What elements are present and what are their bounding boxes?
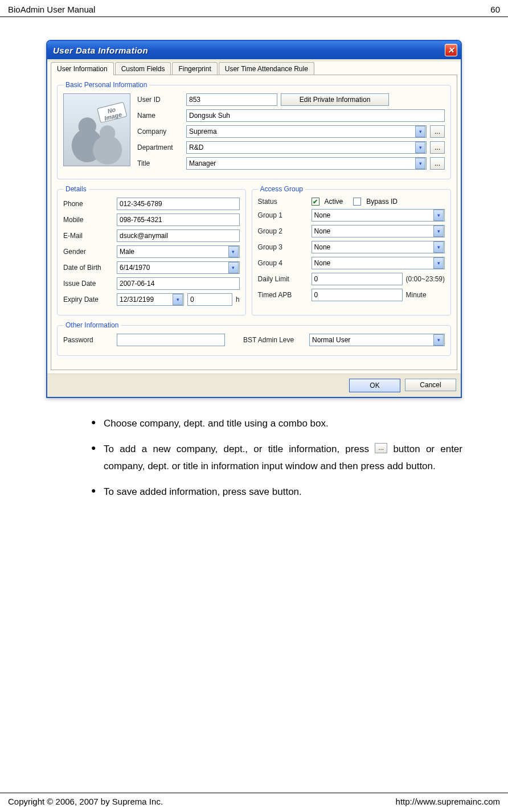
group-legend-other: Other Information <box>63 321 121 329</box>
label-daily-limit: Daily Limit <box>258 275 308 283</box>
label-gender: Gender <box>63 248 113 256</box>
label-group4: Group 4 <box>258 259 308 267</box>
chevron-down-icon[interactable]: ▾ <box>173 294 183 305</box>
chevron-down-icon[interactable]: ▾ <box>228 246 239 257</box>
copyright-text: Copyright © 2006, 2007 by Suprema Inc. <box>8 797 163 806</box>
label-company: Company <box>137 128 183 136</box>
chevron-down-icon[interactable]: ▾ <box>415 158 425 169</box>
active-checkbox-label: Active <box>325 198 343 206</box>
group4-combo[interactable]: None▾ <box>312 257 445 269</box>
tabs: User Information Custom Fields Fingerpri… <box>51 62 457 75</box>
edit-private-information-button[interactable]: Edit Private Information <box>281 93 389 106</box>
label-issue-date: Issue Date <box>63 280 113 288</box>
issue-date-input[interactable] <box>117 277 240 290</box>
label-department: Department <box>137 143 183 151</box>
dialog-button-row: OK Cancel <box>47 374 461 397</box>
label-group1: Group 1 <box>258 211 308 219</box>
group2-combo[interactable]: None▾ <box>312 225 445 237</box>
chevron-down-icon[interactable]: ▾ <box>433 334 444 346</box>
group-other-information: Other Information Password BST Admin Lev… <box>57 321 451 356</box>
title-combo[interactable]: Manager ▾ <box>186 157 427 170</box>
bst-admin-level-combo[interactable]: Normal User▾ <box>309 334 445 346</box>
instruction-item: To save added information, press save bu… <box>91 483 462 501</box>
label-name: Name <box>137 112 183 120</box>
email-input[interactable] <box>117 229 240 242</box>
page-header: BioAdmin User Manual 60 <box>0 0 508 17</box>
tab-user-time-attendance-rule[interactable]: User Time Attendance Rule <box>219 62 314 75</box>
label-phone: Phone <box>63 200 113 208</box>
gender-combo[interactable]: Male▾ <box>117 245 240 258</box>
daily-limit-hint: (0:00~23:59) <box>406 275 445 283</box>
group1-combo[interactable]: None▾ <box>312 209 445 222</box>
timed-apb-input[interactable] <box>312 289 403 301</box>
group1-value: None <box>314 211 331 219</box>
label-email: E-Mail <box>63 232 113 240</box>
chevron-down-icon[interactable]: ▾ <box>433 225 444 237</box>
tab-fingerprint[interactable]: Fingerprint <box>172 62 217 75</box>
chevron-down-icon[interactable]: ▾ <box>415 142 425 153</box>
department-ellipsis-button[interactable]: ... <box>430 141 445 154</box>
password-input[interactable] <box>117 334 225 346</box>
expiry-unit-label: h <box>236 296 240 304</box>
page-number: 60 <box>490 5 500 14</box>
user-photo-placeholder[interactable]: No Image <box>63 93 130 166</box>
title-ellipsis-button[interactable]: ... <box>430 157 445 170</box>
chevron-down-icon[interactable]: ▾ <box>415 126 425 137</box>
daily-limit-input[interactable] <box>312 273 403 285</box>
bst-admin-level-value: Normal User <box>312 336 350 344</box>
tab-custom-fields[interactable]: Custom Fields <box>115 62 171 75</box>
svg-point-2 <box>79 117 96 135</box>
ok-button[interactable]: OK <box>349 379 400 392</box>
mobile-input[interactable] <box>117 214 240 226</box>
close-button[interactable]: ✕ <box>445 44 457 56</box>
svg-point-4 <box>100 125 116 141</box>
cancel-button[interactable]: Cancel <box>405 379 456 391</box>
group-details: Details Phone Mobile E-Mail Gender Male▾… <box>57 185 246 315</box>
group-basic-personal-information: Basic Personal Information <box>57 81 451 179</box>
instruction-item: To add a new company, dept., or title in… <box>91 441 462 475</box>
name-input[interactable] <box>186 109 445 122</box>
user-data-dialog: User Data Information ✕ User Information… <box>46 40 462 398</box>
label-mobile: Mobile <box>63 216 113 224</box>
label-group3: Group 3 <box>258 243 308 251</box>
dob-value: 6/14/1970 <box>120 264 150 272</box>
group4-value: None <box>314 259 331 267</box>
bypass-id-checkbox-label: Bypass ID <box>366 198 398 206</box>
label-dob: Date of Birth <box>63 264 113 272</box>
label-group2: Group 2 <box>258 227 308 235</box>
label-title: Title <box>137 159 183 167</box>
group3-value: None <box>314 243 331 251</box>
dialog-title: User Data Information <box>53 46 148 55</box>
department-combo[interactable]: R&D ▾ <box>186 141 427 154</box>
dob-datepicker[interactable]: 6/14/1970▾ <box>117 261 240 274</box>
group-access-group: Access Group Status ✔ Active ✔ Bypass ID… <box>252 185 451 315</box>
chevron-down-icon[interactable]: ▾ <box>433 257 444 269</box>
group3-combo[interactable]: None▾ <box>312 241 445 253</box>
group-legend-basic: Basic Personal Information <box>63 81 149 89</box>
page-footer: Copyright © 2006, 2007 by Suprema Inc. h… <box>0 793 508 812</box>
phone-input[interactable] <box>117 198 240 210</box>
title-value: Manager <box>189 159 216 167</box>
doc-title: BioAdmin User Manual <box>8 5 95 14</box>
chevron-down-icon[interactable]: ▾ <box>433 241 444 253</box>
footer-url: http://www.supremainc.com <box>396 797 500 806</box>
group2-value: None <box>314 227 331 235</box>
chevron-down-icon[interactable]: ▾ <box>228 262 239 273</box>
user-id-input[interactable] <box>186 93 277 106</box>
expiry-hours-input[interactable] <box>187 293 232 306</box>
gender-value: Male <box>120 248 134 256</box>
chevron-down-icon[interactable]: ▾ <box>433 210 444 221</box>
label-timed-apb: Timed APB <box>258 291 308 299</box>
bypass-id-checkbox[interactable]: ✔ <box>353 198 361 206</box>
ellipsis-icon: ... <box>375 443 387 453</box>
expiry-datepicker[interactable]: 12/31/2199▾ <box>117 293 184 306</box>
label-password: Password <box>63 336 113 344</box>
tab-user-information[interactable]: User Information <box>51 62 114 75</box>
company-combo[interactable]: Suprema ▾ <box>186 125 427 138</box>
active-checkbox[interactable]: ✔ <box>312 198 319 206</box>
timed-apb-unit: Minute <box>406 291 427 299</box>
department-value: R&D <box>189 143 203 151</box>
company-value: Suprema <box>189 128 217 136</box>
company-ellipsis-button[interactable]: ... <box>430 125 445 138</box>
instruction-list: Choose company, dept. and title using a … <box>68 415 462 501</box>
